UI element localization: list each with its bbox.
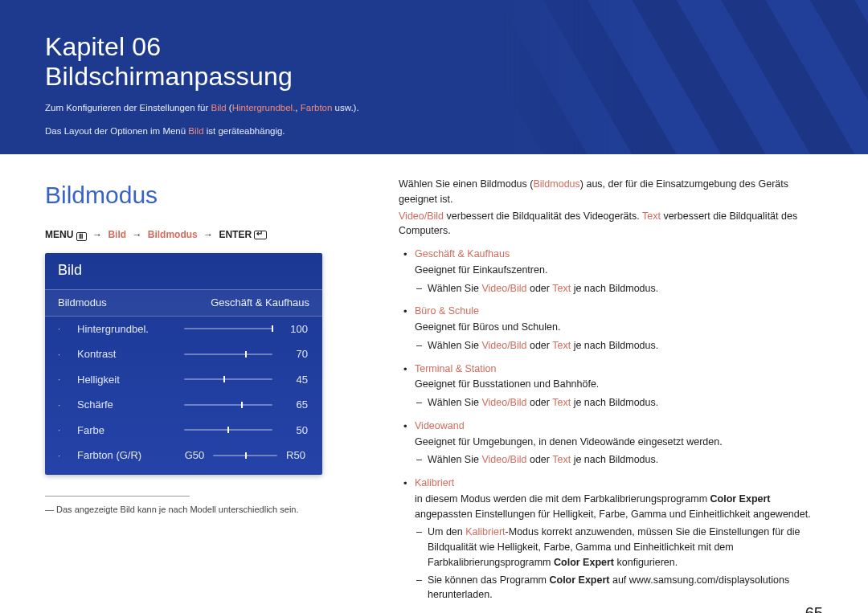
chapter-title: Bildschirmanpassung <box>45 62 293 91</box>
mode-item: Terminal & StationGeeignet für Busstatio… <box>399 362 823 411</box>
osd-g-value: G50 <box>181 447 208 464</box>
osd-row-value: 45 <box>277 372 309 388</box>
slider-track <box>184 404 272 406</box>
menu-label: MENU <box>45 229 73 240</box>
bullet-icon: · <box>58 348 72 362</box>
bullet-icon: · <box>58 423 72 437</box>
mode-sub-item: Wählen Sie Video/Bild oder Text je nach … <box>415 338 823 353</box>
bullet-icon: · <box>58 373 72 386</box>
osd-row-label: Farbton (G/R) <box>77 447 176 464</box>
mode-sublist: Wählen Sie Video/Bild oder Text je nach … <box>415 338 823 353</box>
osd-sub-right: Geschäft & Kaufhaus <box>211 295 309 311</box>
osd-row: ·Schärfe65 <box>45 392 322 418</box>
chapter-hero: Kapitel 06 Bildschirmanpassung Zum Konfi… <box>0 0 868 154</box>
mode-item: Geschäft & KaufhausGeeignet für Einkaufs… <box>399 247 823 296</box>
bullet-icon: · <box>58 449 72 463</box>
hero-content: Kapitel 06 Bildschirmanpassung Zum Konfi… <box>0 0 868 138</box>
mode-desc: in diesem Modus werden die mit dem Farbk… <box>415 492 823 522</box>
intro-line-2: Video/Bild verbessert die Bildqualität d… <box>399 209 823 239</box>
osd-panel-title: Bild <box>45 253 322 289</box>
osd-row-label: Helligkeit <box>77 372 179 388</box>
osd-row-value: 65 <box>277 397 309 413</box>
slider-thumb <box>245 351 247 358</box>
mode-sub-item: Um den Kalibriert-Modus korrekt anzuwend… <box>415 525 823 570</box>
bullet-icon: · <box>58 398 72 412</box>
mode-sublist: Um den Kalibriert-Modus korrekt anzuwend… <box>415 525 823 603</box>
arrow-icon: → <box>92 229 102 240</box>
osd-row-value: 50 <box>277 423 309 439</box>
menu-icon <box>76 232 87 241</box>
osd-sub-left: Bildmodus <box>58 295 107 311</box>
slider-track <box>184 353 272 355</box>
enter-icon <box>254 231 267 239</box>
modes-list: Geschäft & KaufhausGeeignet für Einkaufs… <box>399 247 823 603</box>
osd-subheader: Bildmodus Geschäft & Kaufhaus <box>45 289 322 317</box>
hero-intro-line-2: Das Layout der Optionen im Menü Bild ist… <box>45 125 823 138</box>
chapter-heading: Kapitel 06 Bildschirmanpassung <box>45 32 823 92</box>
footnote-rule <box>45 496 190 497</box>
page-number: 65 <box>805 601 823 613</box>
slider-track <box>213 455 277 456</box>
mode-item: VideowandGeeignet für Umgebungen, in den… <box>399 419 823 468</box>
mode-desc: Geeignet für Umgebungen, in denen Videow… <box>415 435 823 450</box>
slider-track <box>184 328 272 329</box>
menu-path: MENU → Bild → Bildmodus → ENTER <box>45 227 366 242</box>
osd-row-label: Farbe <box>77 423 179 439</box>
menu-path-step: Bild <box>108 229 126 240</box>
slider-track <box>184 378 272 380</box>
slider-thumb <box>272 325 273 332</box>
chapter-number: Kapitel 06 <box>45 32 161 61</box>
mode-desc: Geeignet für Büros und Schulen. <box>415 320 823 335</box>
mode-desc: Geeignet für Busstationen und Bahnhöfe. <box>415 377 823 392</box>
osd-panel: Bild Bildmodus Geschäft & Kaufhaus ·Hint… <box>45 253 322 475</box>
enter-label: ENTER <box>219 229 252 240</box>
mode-sub-item: Wählen Sie Video/Bild oder Text je nach … <box>415 452 823 468</box>
mode-sublist: Wählen Sie Video/Bild oder Text je nach … <box>415 452 823 468</box>
right-column: Wählen Sie einen Bildmodus (Bildmodus) a… <box>399 177 823 611</box>
osd-rows: ·Hintergrundbel.100·Kontrast70·Helligkei… <box>45 317 322 443</box>
body-grid: Bildmodus MENU → Bild → Bildmodus → ENTE… <box>0 154 868 611</box>
mode-sub-item: Sie können das Programm Color Expert auf… <box>415 573 823 603</box>
page: Kapitel 06 Bildschirmanpassung Zum Konfi… <box>0 0 868 613</box>
mode-title: Büro & Schule <box>415 305 479 317</box>
arrow-icon: → <box>203 229 213 240</box>
mode-item: Büro & SchuleGeeignet für Büros und Schu… <box>399 304 823 353</box>
mode-sublist: Wählen Sie Video/Bild oder Text je nach … <box>415 281 823 296</box>
footnote: Das angezeigte Bild kann je nach Modell … <box>45 503 366 517</box>
osd-row: ·Farbe50 <box>45 418 322 443</box>
mode-desc: Geeignet für Einkaufszentren. <box>415 263 823 278</box>
osd-r-value: R50 <box>282 447 309 464</box>
osd-row: ·Hintergrundbel.100 <box>45 317 322 342</box>
hero-intro-line-1: Zum Konfigurieren der Einstellungen für … <box>45 101 823 115</box>
mode-title: Geschäft & Kaufhaus <box>415 248 510 260</box>
osd-row-label: Hintergrundbel. <box>77 321 179 337</box>
section-title: Bildmodus <box>45 177 366 213</box>
menu-path-step: Bildmodus <box>148 229 198 240</box>
slider-thumb <box>241 402 243 408</box>
slider-thumb <box>223 376 225 382</box>
osd-row-label: Kontrast <box>77 346 179 362</box>
slider-thumb <box>245 452 247 459</box>
mode-title: Kalibriert <box>415 477 454 488</box>
mode-sub-item: Wählen Sie Video/Bild oder Text je nach … <box>415 395 823 411</box>
osd-row-value: 100 <box>277 321 309 337</box>
left-column: Bildmodus MENU → Bild → Bildmodus → ENTE… <box>45 177 366 611</box>
intro-line-1: Wählen Sie einen Bildmodus (Bildmodus) a… <box>399 177 823 207</box>
arrow-icon: → <box>132 229 141 240</box>
osd-row-label: Schärfe <box>77 397 179 413</box>
mode-sublist: Wählen Sie Video/Bild oder Text je nach … <box>415 395 823 411</box>
osd-row-farbton: · Farbton (G/R) G50 R50 <box>45 443 322 468</box>
mode-title: Terminal & Station <box>415 363 496 374</box>
mode-title: Videowand <box>415 420 465 431</box>
osd-row: ·Helligkeit45 <box>45 367 322 393</box>
slider-thumb <box>227 427 229 433</box>
bullet-icon: · <box>58 322 72 336</box>
slider-track <box>184 429 272 431</box>
osd-row: ·Kontrast70 <box>45 341 322 367</box>
mode-sub-item: Wählen Sie Video/Bild oder Text je nach … <box>415 281 823 296</box>
osd-row-value: 70 <box>277 346 309 362</box>
mode-item: Kalibriertin diesem Modus werden die mit… <box>399 476 823 603</box>
